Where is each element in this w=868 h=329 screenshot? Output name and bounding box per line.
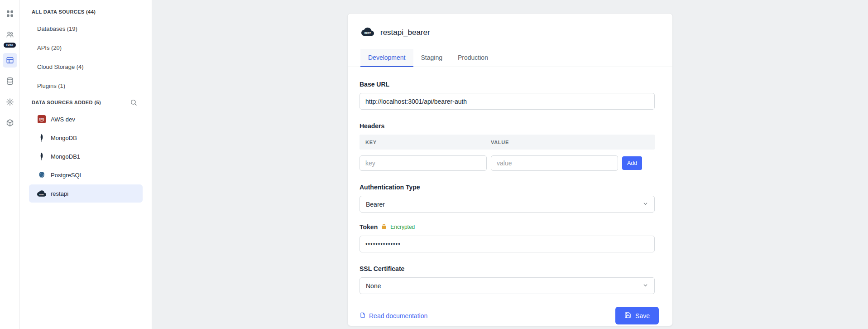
card-header: REST restapi_bearer [348,14,672,40]
read-documentation-label: Read documentation [369,312,427,319]
datasource-config-card: REST restapi_bearer Development Staging … [347,13,673,326]
base-url-group: Base URL [360,81,655,110]
category-label: Plugins (1) [37,82,65,89]
save-icon [624,312,631,320]
sidebar-item-plugins[interactable]: Plugins (1) [20,76,152,95]
app-rail: Beta [0,0,20,329]
sidebar-item-cloud-storage[interactable]: Cloud Storage (4) [20,57,152,76]
ssl-certificate-select[interactable]: None [360,277,655,294]
sidebar-item-aws-dev[interactable]: aws AWS dev [29,110,143,128]
search-icon[interactable] [127,96,140,109]
sidebar-item-mongodb1[interactable]: MongoDB1 [29,147,143,165]
aws-icon: aws [37,115,46,124]
chevron-down-icon [643,282,648,290]
category-label: Cloud Storage (4) [37,63,84,70]
users-rail-group: Beta [3,27,17,48]
auth-type-select[interactable]: Bearer [360,196,655,213]
database-icon[interactable] [3,74,17,88]
auth-type-group: Authentication Type Bearer [360,184,655,213]
restapi-cloud-icon: REST [361,25,374,40]
source-label: PostgreSQL [51,172,83,179]
data-sources-sidebar: ALL DATA SOURCES (44) Databases (19) API… [20,0,152,329]
beta-badge: Beta [4,43,16,48]
sidebar-item-databases[interactable]: Databases (19) [20,19,152,38]
read-documentation-link[interactable]: Read documentation [360,312,427,320]
environment-tabs: Development Staging Production [348,49,672,67]
sidebar-item-mongodb[interactable]: MongoDB [29,129,143,147]
headers-group: Headers KEY VALUE Add [360,122,655,171]
ssl-certificate-value: None [366,282,381,290]
source-label: AWS dev [51,116,75,123]
source-label: restapi [51,190,68,197]
token-group: Token Encrypted [360,223,655,252]
ssl-certificate-group: SSL Certificate None [360,265,655,294]
all-sources-header-row: ALL DATA SOURCES (44) [20,5,152,19]
sidebar-item-apis[interactable]: APIs (20) [20,38,152,57]
token-input[interactable] [360,236,655,252]
users-icon[interactable] [3,27,17,42]
data-sources-icon[interactable] [3,53,17,68]
chevron-down-icon [643,201,648,208]
encrypted-badge: Encrypted [390,224,415,230]
mongodb-icon [37,133,46,142]
marketplace-icon[interactable] [3,116,17,130]
key-column-header: KEY [360,140,491,145]
token-label-row: Token Encrypted [360,223,655,231]
token-label: Token [360,223,378,231]
sidebar-item-restapi[interactable]: REST restapi [29,184,143,203]
ssl-certificate-label: SSL Certificate [360,265,655,272]
apps-grid-icon[interactable] [3,6,17,21]
card-footer: Read documentation Save [348,307,672,329]
svg-text:aws: aws [39,117,44,120]
header-value-input[interactable] [491,155,618,171]
header-key-input[interactable] [360,155,487,171]
restapi-cloud-icon: REST [37,189,46,198]
headers-input-row: Add [360,155,655,171]
svg-text:REST: REST [39,194,44,196]
svg-text:REST: REST [364,32,371,34]
document-icon [360,312,366,320]
auth-type-label: Authentication Type [360,184,655,191]
save-button-label: Save [635,312,650,319]
lock-icon [381,223,387,231]
value-column-header: VALUE [491,140,509,145]
config-form: Base URL Headers KEY VALUE Add Authentic… [348,67,672,307]
sidebar-item-postgresql[interactable]: PostgreSQL [29,166,143,184]
postgresql-icon [37,170,46,179]
added-sources-header: DATA SOURCES ADDED (5) [32,100,101,105]
headers-label: Headers [360,122,655,130]
base-url-label: Base URL [360,81,655,88]
mongodb-icon [37,152,46,161]
source-label: MongoDB [51,135,77,141]
added-sources-header-row: DATA SOURCES ADDED (5) [20,95,152,110]
main-content: REST restapi_bearer Development Staging … [152,0,868,329]
settings-gear-icon[interactable] [3,95,17,109]
save-button[interactable]: Save [615,307,659,324]
tab-production[interactable]: Production [450,49,496,67]
page-title: restapi_bearer [380,28,430,37]
add-header-button[interactable]: Add [622,156,642,170]
tab-development[interactable]: Development [360,49,413,67]
all-sources-header: ALL DATA SOURCES (44) [32,9,96,15]
category-label: APIs (20) [37,44,62,51]
auth-type-value: Bearer [366,201,385,208]
category-label: Databases (19) [37,25,77,32]
headers-table-header: KEY VALUE [360,135,655,150]
base-url-input[interactable] [360,93,655,110]
source-label: MongoDB1 [51,153,80,160]
tab-staging[interactable]: Staging [413,49,450,67]
